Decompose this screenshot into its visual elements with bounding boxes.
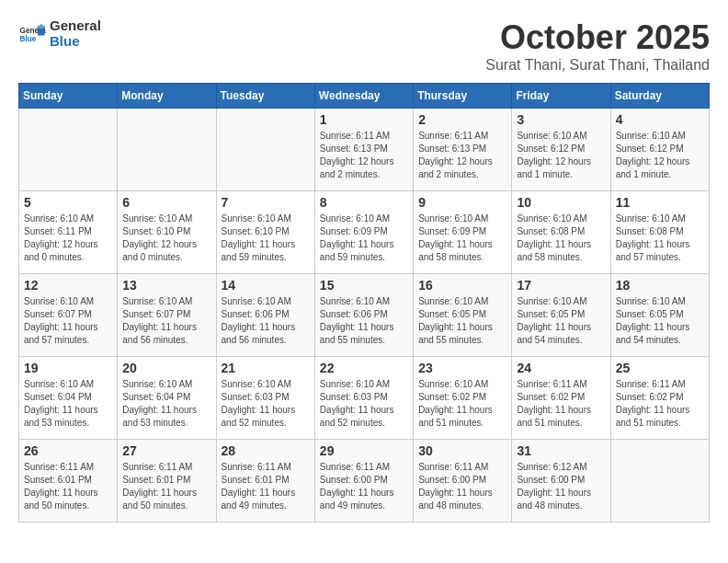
- logo: General Blue General Blue: [18, 18, 101, 49]
- day-info: Sunrise: 6:10 AM Sunset: 6:06 PM Dayligh…: [222, 295, 310, 347]
- day-number: 17: [517, 278, 605, 293]
- calendar-cell: 1Sunrise: 6:11 AM Sunset: 6:13 PM Daylig…: [314, 109, 413, 191]
- calendar-cell: 4Sunrise: 6:10 AM Sunset: 6:12 PM Daylig…: [610, 109, 709, 191]
- day-info: Sunrise: 6:11 AM Sunset: 6:00 PM Dayligh…: [320, 461, 408, 512]
- calendar-table: SundayMondayTuesdayWednesdayThursdayFrid…: [18, 83, 710, 523]
- calendar-cell: 30Sunrise: 6:11 AM Sunset: 6:00 PM Dayli…: [414, 440, 512, 523]
- day-number: 28: [222, 443, 310, 458]
- calendar-cell: 13Sunrise: 6:10 AM Sunset: 6:07 PM Dayli…: [118, 274, 216, 357]
- day-number: 6: [122, 195, 210, 210]
- day-info: Sunrise: 6:11 AM Sunset: 6:01 PM Dayligh…: [222, 461, 310, 512]
- calendar-cell: 21Sunrise: 6:10 AM Sunset: 6:03 PM Dayli…: [216, 357, 314, 440]
- day-number: 14: [222, 278, 310, 293]
- calendar-cell: 11Sunrise: 6:10 AM Sunset: 6:08 PM Dayli…: [610, 191, 709, 274]
- day-number: 27: [122, 443, 210, 458]
- calendar-cell: 16Sunrise: 6:10 AM Sunset: 6:05 PM Dayli…: [414, 274, 512, 357]
- calendar-cell: 9Sunrise: 6:10 AM Sunset: 6:09 PM Daylig…: [414, 191, 512, 274]
- day-number: 7: [222, 195, 310, 210]
- calendar-cell: 8Sunrise: 6:10 AM Sunset: 6:09 PM Daylig…: [314, 191, 413, 274]
- day-number: 10: [517, 195, 605, 210]
- day-info: Sunrise: 6:10 AM Sunset: 6:05 PM Dayligh…: [517, 295, 605, 347]
- calendar-cell: 24Sunrise: 6:11 AM Sunset: 6:02 PM Dayli…: [512, 357, 610, 440]
- day-info: Sunrise: 6:11 AM Sunset: 6:13 PM Dayligh…: [418, 130, 506, 181]
- calendar-cell: 29Sunrise: 6:11 AM Sunset: 6:00 PM Dayli…: [314, 440, 413, 523]
- logo-icon: General Blue: [18, 20, 46, 48]
- day-info: Sunrise: 6:11 AM Sunset: 6:02 PM Dayligh…: [616, 378, 704, 430]
- calendar-cell: 23Sunrise: 6:10 AM Sunset: 6:02 PM Dayli…: [414, 357, 512, 440]
- day-number: 3: [517, 112, 605, 127]
- calendar-cell: 5Sunrise: 6:10 AM Sunset: 6:11 PM Daylig…: [19, 191, 118, 274]
- day-info: Sunrise: 6:10 AM Sunset: 6:09 PM Dayligh…: [418, 213, 506, 264]
- day-number: 9: [418, 195, 506, 210]
- day-number: 24: [517, 361, 605, 375]
- week-row-5: 26Sunrise: 6:11 AM Sunset: 6:01 PM Dayli…: [19, 440, 710, 523]
- day-info: Sunrise: 6:11 AM Sunset: 6:13 PM Dayligh…: [320, 130, 408, 181]
- day-info: Sunrise: 6:11 AM Sunset: 6:01 PM Dayligh…: [24, 461, 112, 512]
- day-number: 30: [418, 443, 506, 458]
- week-row-3: 12Sunrise: 6:10 AM Sunset: 6:07 PM Dayli…: [19, 274, 710, 357]
- calendar-cell: 25Sunrise: 6:11 AM Sunset: 6:02 PM Dayli…: [610, 357, 709, 440]
- day-number: 18: [616, 278, 704, 293]
- day-info: Sunrise: 6:10 AM Sunset: 6:10 PM Dayligh…: [122, 213, 210, 264]
- calendar-cell: 15Sunrise: 6:10 AM Sunset: 6:06 PM Dayli…: [314, 274, 413, 357]
- calendar-cell: [118, 109, 216, 191]
- title-section: October 2025 Surat Thani, Surat Thani, T…: [485, 18, 710, 74]
- calendar-cell: 10Sunrise: 6:10 AM Sunset: 6:08 PM Dayli…: [512, 191, 610, 274]
- weekday-header-sunday: Sunday: [19, 84, 118, 109]
- day-number: 15: [320, 278, 408, 293]
- month-title: October 2025: [485, 18, 710, 57]
- day-info: Sunrise: 6:10 AM Sunset: 6:05 PM Dayligh…: [616, 295, 704, 347]
- day-info: Sunrise: 6:10 AM Sunset: 6:07 PM Dayligh…: [122, 295, 210, 347]
- day-info: Sunrise: 6:10 AM Sunset: 6:02 PM Dayligh…: [418, 378, 506, 430]
- day-number: 19: [24, 361, 112, 375]
- day-info: Sunrise: 6:12 AM Sunset: 6:00 PM Dayligh…: [517, 461, 605, 512]
- day-number: 22: [320, 361, 408, 375]
- calendar-cell: 12Sunrise: 6:10 AM Sunset: 6:07 PM Dayli…: [19, 274, 118, 357]
- day-info: Sunrise: 6:11 AM Sunset: 6:01 PM Dayligh…: [122, 461, 210, 512]
- calendar-cell: 28Sunrise: 6:11 AM Sunset: 6:01 PM Dayli…: [216, 440, 314, 523]
- calendar-cell: 3Sunrise: 6:10 AM Sunset: 6:12 PM Daylig…: [512, 109, 610, 191]
- day-info: Sunrise: 6:10 AM Sunset: 6:04 PM Dayligh…: [24, 378, 112, 430]
- weekday-header-wednesday: Wednesday: [314, 84, 413, 109]
- day-number: 23: [418, 361, 506, 375]
- location-title: Surat Thani, Surat Thani, Thailand: [485, 57, 710, 74]
- svg-text:Blue: Blue: [20, 34, 37, 42]
- day-info: Sunrise: 6:10 AM Sunset: 6:07 PM Dayligh…: [24, 295, 112, 347]
- calendar-cell: [610, 440, 709, 523]
- day-info: Sunrise: 6:10 AM Sunset: 6:09 PM Dayligh…: [320, 213, 408, 264]
- calendar-cell: 14Sunrise: 6:10 AM Sunset: 6:06 PM Dayli…: [216, 274, 314, 357]
- week-row-2: 5Sunrise: 6:10 AM Sunset: 6:11 PM Daylig…: [19, 191, 710, 274]
- calendar-cell: 18Sunrise: 6:10 AM Sunset: 6:05 PM Dayli…: [610, 274, 709, 357]
- day-number: 5: [24, 195, 112, 210]
- calendar-cell: 26Sunrise: 6:11 AM Sunset: 6:01 PM Dayli…: [19, 440, 118, 523]
- day-info: Sunrise: 6:10 AM Sunset: 6:03 PM Dayligh…: [320, 378, 408, 430]
- calendar-cell: 22Sunrise: 6:10 AM Sunset: 6:03 PM Dayli…: [314, 357, 413, 440]
- calendar-cell: 2Sunrise: 6:11 AM Sunset: 6:13 PM Daylig…: [414, 109, 512, 191]
- day-info: Sunrise: 6:10 AM Sunset: 6:06 PM Dayligh…: [320, 295, 408, 347]
- day-number: 13: [122, 278, 210, 293]
- calendar-cell: 7Sunrise: 6:10 AM Sunset: 6:10 PM Daylig…: [216, 191, 314, 274]
- page-header: General Blue General Blue October 2025 S…: [18, 18, 710, 74]
- weekday-header-friday: Friday: [512, 84, 610, 109]
- calendar-cell: 17Sunrise: 6:10 AM Sunset: 6:05 PM Dayli…: [512, 274, 610, 357]
- day-number: 20: [122, 361, 210, 375]
- calendar-cell: 6Sunrise: 6:10 AM Sunset: 6:10 PM Daylig…: [118, 191, 216, 274]
- day-number: 25: [616, 361, 704, 375]
- day-info: Sunrise: 6:10 AM Sunset: 6:10 PM Dayligh…: [222, 213, 310, 264]
- weekday-header-monday: Monday: [118, 84, 216, 109]
- day-info: Sunrise: 6:10 AM Sunset: 6:12 PM Dayligh…: [517, 130, 605, 181]
- calendar-cell: 27Sunrise: 6:11 AM Sunset: 6:01 PM Dayli…: [118, 440, 216, 523]
- day-info: Sunrise: 6:10 AM Sunset: 6:12 PM Dayligh…: [616, 130, 704, 181]
- day-number: 26: [24, 443, 112, 458]
- calendar-cell: 19Sunrise: 6:10 AM Sunset: 6:04 PM Dayli…: [19, 357, 118, 440]
- weekday-header-row: SundayMondayTuesdayWednesdayThursdayFrid…: [19, 84, 710, 109]
- day-info: Sunrise: 6:10 AM Sunset: 6:11 PM Dayligh…: [24, 213, 112, 264]
- day-number: 21: [222, 361, 310, 375]
- day-info: Sunrise: 6:10 AM Sunset: 6:08 PM Dayligh…: [517, 213, 605, 264]
- weekday-header-saturday: Saturday: [610, 84, 709, 109]
- logo-general: General: [50, 17, 101, 33]
- calendar-cell: [216, 109, 314, 191]
- day-info: Sunrise: 6:10 AM Sunset: 6:04 PM Dayligh…: [122, 378, 210, 430]
- day-info: Sunrise: 6:10 AM Sunset: 6:05 PM Dayligh…: [418, 295, 506, 347]
- logo-blue: Blue: [50, 33, 80, 49]
